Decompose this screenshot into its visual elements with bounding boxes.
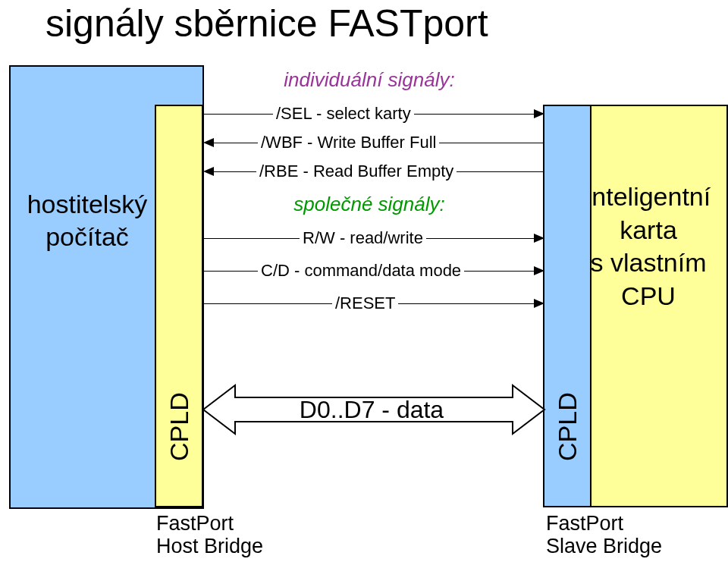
reset-label: /RESET [332,294,398,313]
sel-arrowhead-icon [534,109,544,118]
card-label-line4: CPU [621,281,676,310]
cpld-host-label: CPLD [166,392,192,461]
slave-bridge-caption: FastPort Slave Bridge [546,513,662,557]
rbe-arrowhead-icon [203,167,214,176]
smart-card-label: inteligentní karta s vlastním CPU [584,181,713,312]
host-label-line2: počítač [46,222,129,251]
wbf-arrowhead-icon [203,138,214,147]
cpld-slave-label: CPLD [554,392,580,461]
host-bridge-caption: FastPort Host Bridge [156,513,263,557]
individual-signals-heading: individuální signály: [229,68,510,92]
cd-label: C/D - command/data mode [258,261,464,281]
cd-arrowhead-icon [534,266,544,275]
host-bridge-line2: Host Bridge [156,535,263,557]
rw-arrowhead-icon [534,234,544,243]
slave-bridge-line1: FastPort [546,512,623,535]
card-label-line1: inteligentní [586,182,711,211]
wbf-label: /WBF - Write Buffer Full [258,133,439,152]
host-computer-label: hostitelský počítač [15,188,159,253]
host-label-line1: hostitelský [27,190,148,218]
common-signals-heading: společné signály: [229,193,510,216]
host-bridge-line1: FastPort [156,512,234,535]
card-label-line3: s vlastním [590,248,706,277]
sel-label: /SEL - select karty [273,104,414,124]
rw-label: R/W - read/write [300,228,426,248]
reset-arrowhead-icon [534,299,544,308]
slave-bridge-line2: Slave Bridge [546,535,662,557]
data-bus-label: D0..D7 - data [237,396,507,424]
diagram-stage: signály sběrnice FASTport hostitelský po… [0,0,728,562]
rbe-label: /RBE - Read Buffer Empty [256,162,457,181]
card-label-line2: karta [620,215,677,244]
page-title: signály sběrnice FASTport [46,2,488,46]
